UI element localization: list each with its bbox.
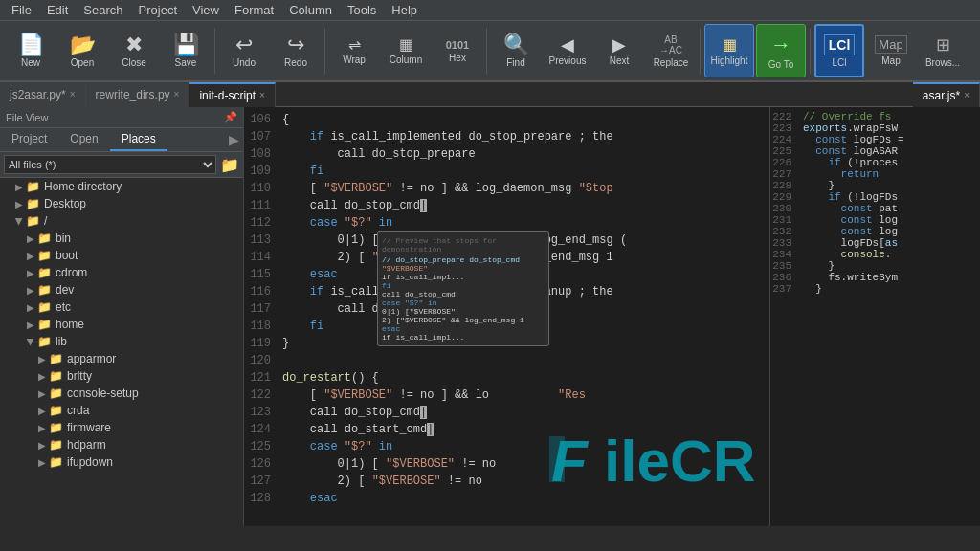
tab-init-d-script[interactable]: init-d-script × — [189, 82, 276, 107]
highlight-button[interactable]: ▦ Highlight — [704, 24, 754, 77]
folder-icon-boot: 📁 — [37, 249, 52, 262]
find-label: Find — [506, 57, 524, 68]
menu-file[interactable]: File — [4, 1, 39, 19]
right-panel[interactable]: 222 // Override fs 223 exports.wrapFsW 2… — [769, 107, 980, 526]
arrow-crda: ▶ — [38, 406, 46, 416]
arrow-desktop: ▶ — [15, 199, 23, 209]
right-code-line: 233 logFDs[as — [770, 237, 980, 249]
replace-label: Replace — [654, 57, 689, 68]
browse-button[interactable]: ⊞ Brows... — [918, 24, 968, 77]
sidebar-pin-icon[interactable]: 📌 — [224, 111, 237, 123]
right-code-line: 231 const log — [770, 214, 980, 226]
next-icon: ▶ — [612, 36, 626, 54]
sidebar-tab-places[interactable]: Places — [110, 128, 167, 151]
replace-button[interactable]: AB→AC Replace — [646, 24, 696, 77]
filter-folder-icon: 📁 — [220, 156, 239, 174]
tree-item-home[interactable]: ▶ 📁 home — [0, 316, 243, 333]
open-button[interactable]: 📂 Open — [57, 24, 107, 77]
menu-column[interactable]: Column — [281, 1, 340, 19]
right-code-line: 223 exports.wrapFsW — [770, 122, 980, 134]
tree-label-root: / — [44, 214, 47, 228]
save-button[interactable]: 💾 Save — [161, 24, 211, 77]
hex-button[interactable]: 0101 Hex — [433, 24, 482, 77]
menu-edit[interactable]: Edit — [39, 1, 76, 19]
sidebar-tab-open[interactable]: Open — [58, 128, 109, 151]
tree-item-ifupdown[interactable]: ▶ 📁 ifupdown — [0, 453, 243, 471]
tree-label-brltty: brltty — [67, 369, 92, 383]
folder-icon-home: 📁 — [37, 318, 52, 331]
tree-item-desktop[interactable]: ▶ 📁 Desktop — [0, 195, 243, 212]
goto-label: Go To — [768, 59, 794, 70]
right-code-line: 227 return — [770, 168, 980, 180]
tab-init-d-close[interactable]: × — [259, 90, 265, 100]
tree-item-home-dir[interactable]: ▶ 📁 Home directory — [0, 178, 243, 195]
tab-asar-js[interactable]: asar.js* × — [913, 82, 980, 107]
sidebar-tab-project[interactable]: Project — [0, 128, 58, 151]
menu-view[interactable]: View — [185, 1, 227, 19]
filter-select[interactable]: All files (*) — [4, 155, 216, 174]
save-label: Save — [175, 57, 197, 68]
arrow-dev: ▶ — [27, 285, 34, 296]
tree-item-cdrom[interactable]: ▶ 📁 cdrom — [0, 264, 243, 281]
folder-icon-ifupdown: 📁 — [49, 455, 63, 469]
tree-item-root[interactable]: ▶ 📁 / — [0, 212, 243, 230]
tree-item-hdparm[interactable]: ▶ 📁 hdparm — [0, 436, 243, 453]
tree-label-desktop: Desktop — [44, 197, 86, 210]
folder-icon-etc: 📁 — [37, 300, 52, 314]
tree-item-lib[interactable]: ▶ 📁 lib — [0, 333, 243, 350]
menu-project[interactable]: Project — [131, 1, 185, 19]
redo-button[interactable]: ↪ Redo — [271, 24, 321, 77]
arrow-firmware: ▶ — [38, 423, 46, 433]
tree-item-etc[interactable]: ▶ 📁 etc — [0, 298, 243, 316]
menu-help[interactable]: Help — [384, 1, 425, 19]
tree-item-dev[interactable]: ▶ 📁 dev — [0, 281, 243, 298]
sep3 — [486, 28, 487, 74]
menu-search[interactable]: Search — [76, 1, 130, 19]
toolbar: 📄 New 📂 Open ✖ Close 💾 Save ↩ Undo ↪ Red… — [0, 21, 980, 82]
next-button[interactable]: ▶ Next — [594, 24, 644, 77]
tab-rewrite-dirs[interactable]: rewrite_dirs.py × — [86, 82, 190, 107]
previous-button[interactable]: ◀ Previous — [543, 24, 592, 77]
column-button[interactable]: ▦ Column — [381, 24, 431, 77]
tab-js2asar-close[interactable]: × — [70, 89, 76, 99]
tree-item-firmware[interactable]: ▶ 📁 firmware — [0, 419, 243, 436]
redo-label: Redo — [284, 57, 307, 68]
undo-button[interactable]: ↩ Undo — [219, 24, 269, 77]
right-code-line: 222 // Override fs — [770, 111, 980, 122]
find-icon: 🔍 — [503, 34, 529, 55]
tab-asar-js-close[interactable]: × — [964, 90, 969, 100]
editor-area[interactable]: 106 { 107 if is_call_implemented do_stop… — [244, 107, 769, 526]
goto-button[interactable]: → Go To — [756, 24, 806, 77]
wrap-button[interactable]: ⇌ Wrap — [329, 24, 379, 77]
tree-item-console-setup[interactable]: ▶ 📁 console-setup — [0, 385, 243, 402]
lcl-button[interactable]: LCl LCl — [814, 24, 864, 77]
arrow-hdparm: ▶ — [38, 440, 46, 451]
tree-label-etc: etc — [56, 300, 71, 314]
tree-item-crda[interactable]: ▶ 📁 crda — [0, 402, 243, 419]
sidebar-expand-icon[interactable]: ▶ — [225, 128, 243, 151]
tree-item-boot[interactable]: ▶ 📁 boot — [0, 247, 243, 264]
code-line: 121 do_restart() { — [244, 369, 769, 386]
sep5 — [810, 28, 811, 74]
close-icon: ✖ — [125, 34, 143, 55]
tab-rewrite-dirs-close[interactable]: × — [174, 89, 180, 99]
close-button[interactable]: ✖ Close — [109, 24, 159, 77]
map-button[interactable]: Map Map — [866, 24, 916, 77]
goto-icon: → — [770, 33, 791, 57]
next-label: Next — [610, 55, 630, 66]
code-line: 125 case "$?" in — [244, 438, 769, 455]
new-button[interactable]: 📄 New — [6, 24, 56, 77]
find-button[interactable]: 🔍 Find — [491, 24, 541, 77]
tree-item-bin[interactable]: ▶ 📁 bin — [0, 230, 243, 247]
menu-tools[interactable]: Tools — [340, 1, 384, 19]
tree-label-cdrom: cdrom — [56, 266, 87, 279]
tree-item-brltty[interactable]: ▶ 📁 brltty — [0, 367, 243, 385]
tab-js2asar[interactable]: js2asar.py* × — [0, 82, 86, 107]
hex-label: Hex — [449, 53, 466, 63]
highlight-icon: ▦ — [723, 35, 737, 54]
tree-label-lib: lib — [56, 335, 67, 348]
tree-label-hdparm: hdparm — [67, 438, 106, 452]
tab-asar-js-label: asar.js* — [923, 89, 960, 102]
menu-format[interactable]: Format — [227, 1, 281, 19]
tree-item-apparmor[interactable]: ▶ 📁 apparmor — [0, 350, 243, 367]
